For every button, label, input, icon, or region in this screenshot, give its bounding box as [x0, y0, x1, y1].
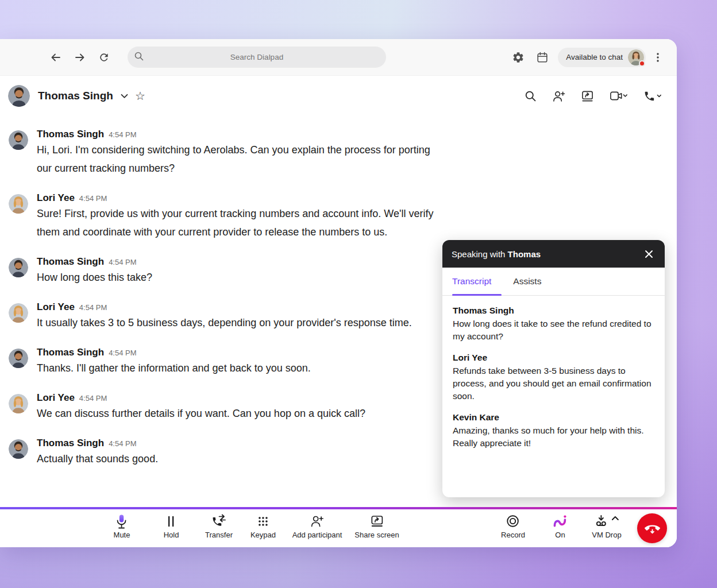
transcript-entry: Lori Yee Refunds take between 3-5 busine…	[453, 353, 654, 403]
avatar-thomas	[9, 349, 28, 368]
record-icon	[501, 513, 525, 529]
share-screen-icon	[354, 513, 399, 529]
message-time: 4:54 PM	[109, 130, 136, 139]
message-text: How long does this take?	[37, 268, 442, 287]
message-time: 4:54 PM	[79, 194, 107, 203]
message-time: 4:54 PM	[109, 258, 136, 266]
close-icon	[645, 250, 653, 258]
call-panel-title: Speaking with Thomas	[452, 249, 541, 259]
search-icon	[134, 51, 144, 61]
gear-icon	[512, 51, 525, 64]
person-add-icon	[292, 513, 342, 529]
call-panel-header[interactable]: Speaking with Thomas	[442, 240, 665, 268]
search-icon	[525, 90, 537, 102]
sender-name: Thomas Singh	[37, 347, 104, 358]
chevron-down-icon	[121, 94, 128, 99]
ai-toggle-button[interactable]: On	[552, 513, 569, 539]
keypad-icon	[250, 513, 276, 529]
vm-drop-button[interactable]: VM Drop	[592, 513, 621, 539]
end-call-button[interactable]	[637, 513, 667, 543]
transcript-entry: Thomas Singh How long does it take to se…	[453, 305, 654, 343]
search-input[interactable]: Search Dialpad	[128, 47, 386, 68]
hang-up-icon	[645, 521, 660, 536]
video-call-button[interactable]	[610, 90, 628, 102]
share-screen-button[interactable]	[581, 90, 594, 102]
hold-button[interactable]: Hold	[164, 513, 179, 539]
forward-button[interactable]	[72, 50, 87, 65]
add-participant-button[interactable]: Add participant	[292, 513, 342, 539]
mute-button[interactable]: Mute	[114, 513, 130, 539]
refresh-button[interactable]	[97, 50, 111, 65]
avatar-thomas	[9, 130, 28, 150]
tab-transcript[interactable]: Transcript	[452, 268, 491, 295]
transcript-text: Amazing, thanks so much for your help wi…	[453, 424, 654, 450]
transcript-text: How long does it take to see the refund …	[453, 318, 654, 343]
busy-status-dot	[639, 60, 645, 67]
sender-name: Thomas Singh	[37, 256, 104, 268]
favorite-star-button[interactable]: ☆	[135, 90, 145, 102]
kebab-menu-icon	[653, 52, 662, 63]
back-button[interactable]	[48, 50, 63, 65]
conversation-title: Thomas Singh	[38, 90, 113, 102]
speaking-with-name: Thomas	[508, 249, 541, 259]
microphone-icon	[114, 513, 130, 529]
transcript-content: Thomas Singh How long does it take to se…	[442, 296, 665, 469]
availability-status[interactable]: Available to chat	[558, 48, 646, 67]
video-camera-icon	[610, 90, 628, 102]
back-arrow-icon	[50, 52, 61, 63]
search-placeholder: Search Dialpad	[128, 53, 386, 61]
calendar-button[interactable]	[534, 49, 551, 66]
phone-icon	[643, 90, 662, 102]
conversation-header: Thomas Singh ☆	[0, 76, 677, 116]
transfer-button[interactable]: Transfer	[205, 513, 233, 539]
transcript-text: Refunds take between 3-5 business days t…	[453, 365, 654, 403]
message-time: 4:54 PM	[79, 394, 107, 403]
calendar-icon	[536, 51, 549, 64]
message-text: Thanks. I'll gather the information and …	[37, 359, 442, 377]
pause-icon	[164, 513, 179, 529]
message-row: Thomas Singh4:54 PM Hi, Lori. I'm consid…	[9, 129, 654, 177]
desktop-background: Search Dialpad Available to chat	[0, 0, 717, 588]
transcript-speaker: Kevin Kare	[453, 412, 654, 423]
forward-arrow-icon	[74, 52, 86, 63]
close-panel-button[interactable]	[642, 247, 656, 261]
message-text: Hi, Lori. I'm considering switching to A…	[37, 141, 442, 177]
call-control-bar: Mute Hold Transfer Keypad	[0, 509, 677, 547]
sender-name: Lori Yee	[37, 192, 75, 204]
dialpad-window: Search Dialpad Available to chat	[0, 39, 677, 547]
message-text: We can discuss further details if you wa…	[37, 404, 442, 423]
add-person-button[interactable]	[552, 90, 565, 102]
avatar-lori	[9, 194, 28, 214]
conversation-search-button[interactable]	[525, 90, 537, 102]
avatar-thomas	[9, 439, 28, 459]
settings-button[interactable]	[510, 49, 527, 66]
conversation-actions	[525, 90, 662, 102]
message-time: 4:54 PM	[109, 439, 136, 448]
transcript-speaker: Thomas Singh	[453, 305, 654, 316]
record-button[interactable]: Record	[501, 513, 525, 539]
keypad-button[interactable]: Keypad	[250, 513, 276, 539]
live-call-panel: Speaking with Thomas Transcript Assists …	[442, 240, 665, 497]
sender-name: Lori Yee	[37, 392, 75, 404]
person-add-icon	[552, 90, 565, 102]
message-time: 4:54 PM	[79, 303, 107, 312]
message-text: It usually takes 3 to 5 business days, d…	[37, 314, 442, 332]
share-screen-icon	[581, 90, 594, 102]
chevron-up-icon	[611, 516, 619, 521]
sender-name: Thomas Singh	[37, 438, 104, 449]
ai-logo-icon	[552, 513, 569, 529]
sender-name: Thomas Singh	[37, 129, 104, 140]
call-button[interactable]	[643, 90, 662, 102]
transcript-entry: Kevin Kare Amazing, thanks so much for y…	[453, 412, 654, 450]
message-row: Lori Yee4:54 PM Sure! First, provide us …	[9, 192, 654, 241]
avatar-lori	[9, 394, 28, 413]
share-screen-button[interactable]: Share screen	[354, 513, 399, 539]
more-options-button[interactable]	[649, 49, 666, 66]
message-time: 4:54 PM	[109, 349, 136, 357]
conversation-dropdown-button[interactable]	[118, 90, 130, 103]
message-text: Sure! First, provide us with your curren…	[37, 204, 442, 241]
avatar-lori	[9, 303, 28, 323]
app-toolbar: Search Dialpad Available to chat	[0, 39, 677, 76]
tab-assists[interactable]: Assists	[513, 268, 541, 295]
transcript-speaker: Lori Yee	[453, 353, 654, 363]
